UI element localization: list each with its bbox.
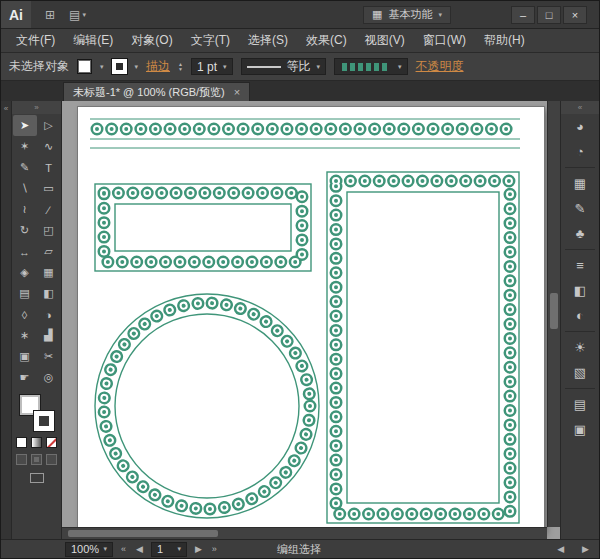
prev-artboard-button[interactable]: ◀	[134, 544, 145, 554]
zoom-level-select[interactable]: 100% ▾	[65, 542, 113, 557]
artboards-panel-icon[interactable]: ▣	[566, 417, 594, 442]
tools-panel: » ➤ ▷ ✶ ∿ ✎ T ∖ ▭ ≀ ∕ ↻ ◰ ↔ ▱ ◈ ▦ ▤ ◧ ◊	[12, 101, 62, 539]
hand-tool[interactable]: ☛	[13, 367, 37, 388]
slice-tool[interactable]: ✂	[37, 346, 61, 367]
stroke-proxy-swatch[interactable]	[34, 411, 54, 431]
draw-behind-icon[interactable]	[31, 454, 42, 465]
rect-frame-ornament[interactable]	[95, 184, 311, 271]
magic-wand-tool[interactable]: ✶	[13, 136, 37, 157]
dock-expand-icon[interactable]: «	[561, 101, 599, 114]
artboard-number-field[interactable]: 1 ▾	[151, 542, 187, 557]
menu-item-type[interactable]: 文字(T)	[182, 29, 239, 52]
opacity-panel-link[interactable]: 不透明度	[416, 58, 464, 75]
draw-inside-icon[interactable]	[46, 454, 57, 465]
width-tool[interactable]: ↔	[13, 241, 37, 262]
document-tab[interactable]: 未标题-1* @ 100% (RGB/预览) ×	[63, 82, 250, 101]
fill-color-swatch[interactable]	[77, 59, 92, 74]
type-tool[interactable]: T	[37, 157, 61, 178]
stroke-panel-icon[interactable]: ≡	[566, 253, 594, 278]
zoom-tool[interactable]: ◎	[37, 367, 61, 388]
stroke-weight-stepper[interactable]: ▲ ▼	[178, 62, 183, 72]
menu-item-file[interactable]: 文件(F)	[7, 29, 64, 52]
pencil-tool[interactable]: ∕	[37, 199, 61, 220]
color-panel-icon[interactable]: ◕	[566, 114, 594, 139]
bridge-icon[interactable]: ⊞	[45, 8, 55, 22]
mesh-tool[interactable]: ▤	[13, 283, 37, 304]
selection-tool[interactable]: ➤	[13, 115, 37, 136]
horizontal-scrollbar-thumb[interactable]	[68, 530, 218, 537]
vertical-scrollbar-thumb[interactable]	[550, 293, 558, 329]
layers-panel-icon[interactable]: ▤	[566, 392, 594, 417]
last-artboard-button[interactable]: »	[210, 544, 219, 554]
line-segment-tool[interactable]: ∖	[13, 178, 37, 199]
minimize-button[interactable]: –	[511, 6, 535, 24]
stroke-weight-field[interactable]: 1 pt ▾	[191, 58, 233, 75]
symbol-sprayer-tool[interactable]: ∗	[13, 325, 37, 346]
status-scroll-left-button[interactable]: ◀	[555, 544, 566, 554]
status-scroll-right-button[interactable]: ▶	[580, 544, 591, 554]
canvas-area[interactable]	[62, 101, 560, 539]
shape-builder-tool[interactable]: ◈	[13, 262, 37, 283]
none-proxy-icon[interactable]	[46, 437, 57, 448]
menu-item-object[interactable]: 对象(O)	[122, 29, 181, 52]
draw-normal-icon[interactable]	[16, 454, 27, 465]
gradient-proxy-icon[interactable]	[31, 437, 42, 448]
menu-item-select[interactable]: 选择(S)	[239, 29, 297, 52]
collapse-dock-icon[interactable]: «	[4, 104, 8, 113]
appearance-panel-icon[interactable]: ☀	[566, 335, 594, 360]
artboard[interactable]	[78, 107, 544, 532]
rectangle-tool[interactable]: ▭	[37, 178, 61, 199]
column-graph-tool[interactable]: ▟	[37, 325, 61, 346]
gradient-tool[interactable]: ◧	[37, 283, 61, 304]
color-guide-panel-icon[interactable]: ◔	[566, 139, 594, 164]
lasso-tool[interactable]: ∿	[37, 136, 61, 157]
arrange-documents-icon[interactable]: ▤ ▾	[69, 8, 86, 22]
stepper-down-icon[interactable]: ▼	[178, 67, 183, 72]
blend-tool[interactable]: ◑	[37, 304, 61, 325]
maximize-button[interactable]: □	[537, 6, 561, 24]
brush-definition-dropdown[interactable]: ▾	[334, 58, 408, 75]
chevron-down-icon[interactable]: ▾	[100, 63, 104, 71]
stroke-color-swatch[interactable]	[112, 59, 127, 74]
swatches-panel-icon[interactable]: ▦	[566, 171, 594, 196]
rotate-tool[interactable]: ↻	[13, 220, 37, 241]
chevron-down-icon[interactable]: ▾	[135, 63, 139, 71]
vertical-scrollbar[interactable]	[547, 101, 560, 527]
screen-mode-icon[interactable]	[30, 473, 44, 483]
left-dock-strip: «	[1, 101, 12, 539]
transparency-panel-icon[interactable]: ◐	[566, 303, 594, 328]
tall-frame-inner-line	[347, 192, 499, 503]
free-transform-tool[interactable]: ▱	[37, 241, 61, 262]
stroke-profile-dropdown[interactable]: 等比 ▾	[241, 58, 327, 75]
tall-frame-ornament[interactable]	[327, 172, 519, 523]
pen-tool[interactable]: ✎	[13, 157, 37, 178]
menu-item-help[interactable]: 帮助(H)	[475, 29, 534, 52]
circle-frame-ornament[interactable]	[95, 294, 319, 518]
color-proxy-icon[interactable]	[16, 437, 27, 448]
paintbrush-tool[interactable]: ≀	[13, 199, 37, 220]
first-artboard-button[interactable]: «	[119, 544, 128, 554]
stroke-panel-link[interactable]: 描边	[146, 58, 170, 75]
toolbar-collapse-icon[interactable]: »	[12, 101, 61, 114]
illustrator-window: Ai ⊞ ▤ ▾ ▦ 基本功能 ▾ – □ × 文件(F) 编辑(E) 对象(O…	[0, 0, 600, 559]
chevron-down-icon: ▾	[398, 63, 402, 71]
scale-tool[interactable]: ◰	[37, 220, 61, 241]
workspace-switcher[interactable]: ▦ 基本功能 ▾	[363, 6, 451, 24]
top-border-ornament[interactable]	[90, 119, 520, 148]
graphic-styles-panel-icon[interactable]: ▧	[566, 360, 594, 385]
menu-item-edit[interactable]: 编辑(E)	[64, 29, 122, 52]
horizontal-scrollbar[interactable]	[62, 527, 547, 539]
brushes-panel-icon[interactable]: ✎	[566, 196, 594, 221]
gradient-panel-icon[interactable]: ◧	[566, 278, 594, 303]
menu-item-view[interactable]: 视图(V)	[356, 29, 414, 52]
menu-item-effect[interactable]: 效果(C)	[297, 29, 356, 52]
next-artboard-button[interactable]: ▶	[193, 544, 204, 554]
menu-item-window[interactable]: 窗口(W)	[414, 29, 475, 52]
tab-close-icon[interactable]: ×	[234, 86, 240, 98]
symbols-panel-icon[interactable]: ♣	[566, 221, 594, 246]
perspective-grid-tool[interactable]: ▦	[37, 262, 61, 283]
close-button[interactable]: ×	[563, 6, 587, 24]
direct-selection-tool[interactable]: ▷	[37, 115, 61, 136]
artboard-tool[interactable]: ▣	[13, 346, 37, 367]
eyedropper-tool[interactable]: ◊	[13, 304, 37, 325]
